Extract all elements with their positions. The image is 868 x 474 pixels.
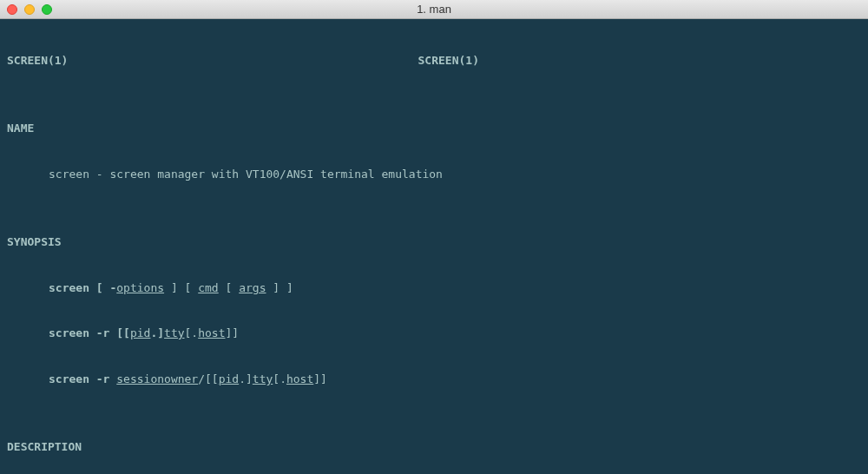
window-title: 1. man (7, 3, 861, 16)
section-synopsis: SYNOPSIS (7, 234, 861, 250)
synopsis-line-3: screen -r sessionowner/[[pid.]tty[.host]… (7, 372, 861, 387)
section-name: NAME (7, 121, 861, 136)
minimize-button[interactable] (24, 4, 35, 15)
man-header-left: SCREEN(1) (7, 53, 68, 69)
zoom-button[interactable] (42, 4, 52, 15)
traffic-lights (7, 4, 52, 15)
synopsis-line-1: screen [ -options ] [ cmd [ args ] ] (7, 280, 861, 296)
synopsis-line-2: screen -r [[pid.]tty[.host]] (7, 326, 861, 341)
name-line: screen - screen manager with VT100/ANSI … (7, 167, 861, 182)
terminal-viewport[interactable]: SCREEN(1) SCREEN(1) NAME screen - screen… (0, 19, 868, 474)
man-header: SCREEN(1) SCREEN(1) (7, 53, 861, 69)
section-description: DESCRIPTION (7, 439, 861, 455)
man-header-right: SCREEN(1) (418, 53, 861, 69)
window-titlebar: 1. man (0, 0, 868, 19)
close-button[interactable] (7, 4, 17, 15)
